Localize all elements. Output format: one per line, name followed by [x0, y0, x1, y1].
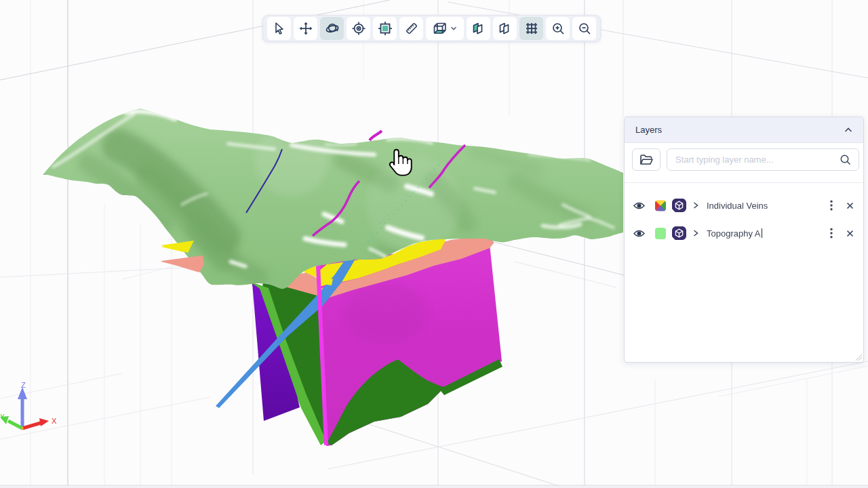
svg-text:X: X	[52, 417, 57, 425]
svg-text:Z: Z	[21, 381, 26, 389]
svg-text:Y: Y	[0, 413, 5, 421]
